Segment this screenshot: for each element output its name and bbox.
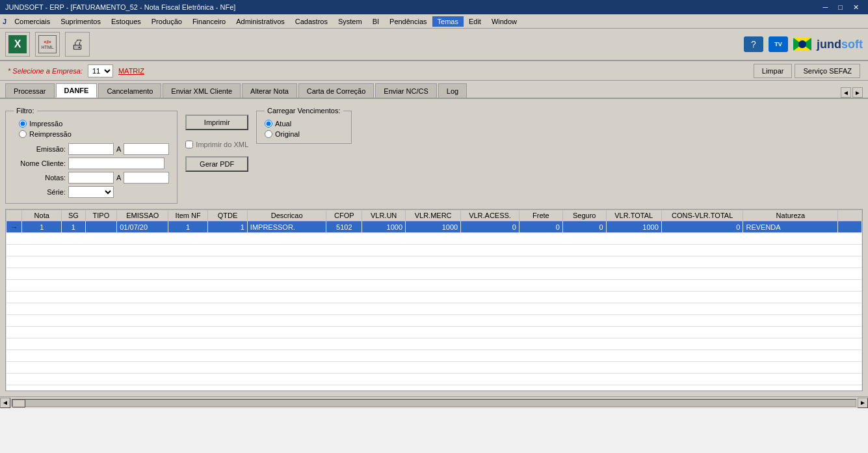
menu-item-producao[interactable]: Produção: [146, 16, 187, 27]
table-row[interactable]: [7, 233, 862, 245]
venc-original-row: Original: [265, 130, 343, 138]
emissao-row: Emissão: A: [14, 143, 169, 155]
excel-button[interactable]: X: [5, 32, 30, 57]
tab-prev-button[interactable]: ◄: [841, 87, 851, 98]
notas-to-input[interactable]: [124, 172, 169, 184]
help-button[interactable]: ?: [744, 36, 763, 52]
minimize-button[interactable]: ─: [819, 3, 832, 12]
html-button[interactable]: </> HTML: [35, 32, 60, 57]
menu-item-system[interactable]: System: [333, 16, 367, 27]
table-row[interactable]: [7, 350, 862, 362]
serie-row: Série:: [14, 186, 169, 198]
filter-fieldset: Filtro: Impressão Reimpressão Emissão: A: [5, 107, 178, 204]
tab-log[interactable]: Log: [438, 83, 467, 98]
menu-item-bi[interactable]: BI: [367, 16, 384, 27]
restore-button[interactable]: □: [834, 3, 847, 12]
menu-item-window[interactable]: Window: [486, 16, 522, 27]
col-emissao[interactable]: EMISSAO: [117, 210, 168, 221]
table-row[interactable]: [7, 315, 862, 327]
scroll-right-button[interactable]: ►: [858, 398, 868, 408]
col-vlr-total[interactable]: VLR.TOTAL: [606, 210, 661, 221]
menu-item-comerciais[interactable]: Comerciais: [9, 16, 55, 27]
col-item-nf[interactable]: Item NF: [168, 210, 208, 221]
menu-item-suprimentos[interactable]: Suprimentos: [55, 16, 106, 27]
col-sg[interactable]: SG: [62, 210, 85, 221]
tab-navigation: ◄ ►: [841, 87, 863, 98]
tabs-bar: Processar DANFE Cancelamento Enviar XML …: [0, 81, 868, 99]
menu-item-financeiro[interactable]: Financeiro: [187, 16, 231, 27]
cell-emissao: 01/07/20: [117, 221, 168, 233]
menu-item-pendencias[interactable]: Pendências: [384, 16, 432, 27]
data-grid: Nota SG TIPO EMISSAO Item NF QTDE Descri…: [6, 210, 862, 391]
table-row[interactable]: [7, 338, 862, 350]
menu-item-cadastros[interactable]: Cadastros: [290, 16, 333, 27]
table-row[interactable]: [7, 374, 862, 385]
radio-impressao-input[interactable]: [19, 120, 27, 128]
table-row[interactable]: [7, 280, 862, 292]
tab-alterar-nota[interactable]: Alterar Nota: [242, 83, 297, 98]
table-row[interactable]: [7, 327, 862, 338]
xml-checkbox-input[interactable]: [185, 141, 193, 148]
col-frete[interactable]: Frete: [519, 210, 562, 221]
col-descricao[interactable]: Descricao: [247, 210, 326, 221]
brazil-flag-icon: [793, 38, 811, 51]
table-row[interactable]: [7, 303, 862, 315]
tab-danfe[interactable]: DANFE: [56, 83, 98, 98]
table-row[interactable]: [7, 256, 862, 268]
col-qtde[interactable]: QTDE: [208, 210, 248, 221]
cell-seguro: 0: [562, 221, 606, 233]
cell-natureza: REVENDA: [743, 221, 838, 233]
col-seguro[interactable]: Seguro: [562, 210, 606, 221]
col-cons-vlr-total[interactable]: CONS-VLR.TOTAL: [661, 210, 743, 221]
col-tipo[interactable]: TIPO: [85, 210, 117, 221]
print-button[interactable]: 🖨: [65, 32, 90, 57]
col-indicator: [7, 210, 22, 221]
nome-cliente-input[interactable]: [68, 158, 164, 169]
tab-processar[interactable]: Processar: [5, 83, 55, 98]
menu-item-temas[interactable]: Temas: [432, 16, 464, 27]
venc-original-input[interactable]: [265, 130, 272, 138]
scroll-left-button[interactable]: ◄: [0, 398, 10, 408]
empresa-select[interactable]: 11: [88, 64, 113, 77]
col-vlr-acess[interactable]: VLR.ACESS.: [461, 210, 519, 221]
col-vlr-merc[interactable]: VLR.MERC: [406, 210, 461, 221]
table-row[interactable]: [7, 245, 862, 256]
col-cfop[interactable]: CFOP: [326, 210, 362, 221]
emissao-from-input[interactable]: [68, 143, 114, 155]
scroll-track[interactable]: [12, 399, 856, 407]
table-row[interactable]: [7, 362, 862, 374]
toolbar: X </> HTML 🖨 ? TV jundsoft: [0, 29, 868, 61]
close-button[interactable]: ✕: [849, 3, 863, 12]
table-row[interactable]: [7, 385, 862, 392]
tab-next-button[interactable]: ►: [852, 87, 863, 98]
tab-enviar-xml-cliente[interactable]: Enviar XML Cliente: [163, 83, 241, 98]
col-vlr-un[interactable]: VLR.UN: [362, 210, 406, 221]
menu-item-administrativos[interactable]: Administrativos: [231, 16, 290, 27]
radio-reimpressao-input[interactable]: [19, 130, 27, 138]
teamviewer-button[interactable]: TV: [769, 36, 788, 52]
col-nota[interactable]: Nota: [22, 210, 62, 221]
emissao-label: Emissão:: [14, 145, 66, 153]
menu-item-estoques[interactable]: Estoques: [106, 16, 146, 27]
tab-carta-correcao[interactable]: Carta de Correção: [298, 83, 375, 98]
gerar-pdf-button[interactable]: Gerar PDF: [185, 156, 248, 172]
menu-bar: J Comerciais Suprimentos Estoques Produç…: [0, 14, 868, 29]
matriz-label[interactable]: MATRIZ: [118, 67, 144, 75]
tab-cancelamento[interactable]: Cancelamento: [98, 83, 161, 98]
scroll-thumb[interactable]: [12, 400, 25, 407]
col-natureza[interactable]: Natureza: [743, 210, 838, 221]
col-extra[interactable]: [838, 210, 862, 221]
table-row[interactable]: [7, 292, 862, 303]
venc-atual-input[interactable]: [265, 120, 272, 128]
emissao-to-input[interactable]: [124, 143, 169, 155]
table-row[interactable]: → 1 1 01/07/20 1 1 IMPRESSOR. 5102 1000 …: [7, 221, 862, 233]
limpar-button[interactable]: Limpar: [754, 64, 793, 78]
imprimir-button[interactable]: Imprimir: [185, 115, 248, 130]
tab-enviar-nc-cs[interactable]: Enviar NC/CS: [375, 83, 436, 98]
servico-sefaz-button[interactable]: Serviço SEFAZ: [795, 64, 860, 78]
notas-from-input[interactable]: [68, 172, 114, 184]
table-row[interactable]: [7, 268, 862, 280]
menu-item-edit[interactable]: Edit: [464, 16, 486, 27]
header-buttons: Limpar Serviço SEFAZ: [754, 64, 860, 78]
serie-select[interactable]: [68, 186, 114, 198]
